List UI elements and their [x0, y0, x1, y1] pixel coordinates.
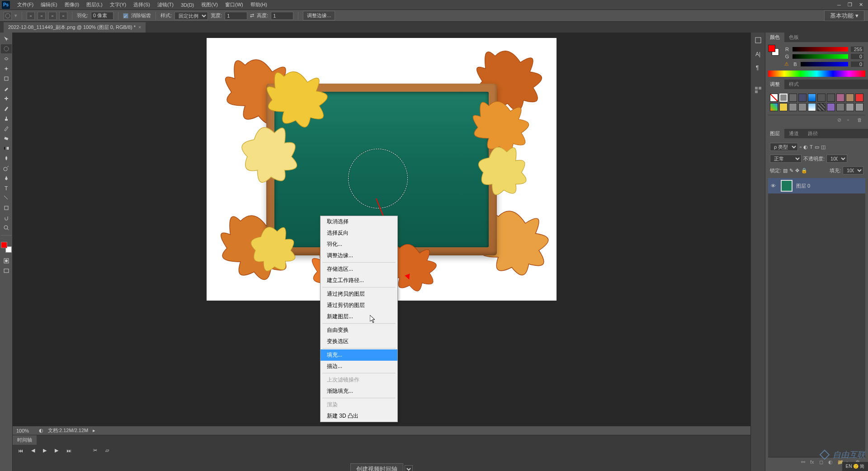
eyedropper-tool[interactable]	[1, 84, 12, 93]
crop-tool[interactable]	[1, 74, 12, 83]
close-tab-icon[interactable]: ×	[138, 24, 141, 30]
create-timeline-button[interactable]: 创建视频时间轴	[350, 463, 403, 471]
fx-icon[interactable]: fx	[810, 459, 817, 466]
eraser-tool[interactable]	[1, 134, 12, 143]
maximize-button[interactable]: ❐	[844, 1, 855, 9]
menu-select[interactable]: 选择(S)	[130, 0, 154, 9]
g-slider[interactable]	[793, 54, 848, 59]
hand-tool[interactable]	[1, 213, 12, 222]
swatches-tab[interactable]: 色板	[784, 33, 803, 42]
menu-type[interactable]: 文字(Y)	[106, 0, 130, 9]
filter-image-icon[interactable]: ▫	[800, 144, 802, 150]
ctx-new-layer[interactable]: 新建图层...	[321, 311, 397, 322]
style-swatch[interactable]	[789, 94, 797, 102]
menu-3d[interactable]: 3D(D)	[177, 1, 198, 9]
ctx-free-transform[interactable]: 自由变换	[321, 325, 397, 336]
layer-row[interactable]: 👁 图层 0	[768, 178, 865, 193]
style-swatch[interactable]	[827, 103, 835, 111]
add-selection-icon[interactable]: ▫	[38, 12, 46, 20]
style-swatch[interactable]	[808, 94, 816, 102]
zoom-slider-icon[interactable]: ◐	[39, 428, 43, 433]
subtract-selection-icon[interactable]: ▫	[48, 12, 57, 20]
style-swatch[interactable]	[846, 94, 854, 102]
tool-preset-icon[interactable]	[4, 12, 12, 20]
g-value[interactable]: 0	[851, 54, 863, 59]
new-selection-icon[interactable]: ▫	[27, 12, 35, 20]
dodge-tool[interactable]	[1, 164, 12, 173]
move-tool[interactable]	[1, 34, 12, 43]
style-swatch[interactable]	[779, 103, 788, 111]
visibility-icon[interactable]: 👁	[771, 183, 777, 188]
style-swatch[interactable]	[770, 94, 778, 102]
adjustments-tab[interactable]: 调整	[765, 80, 784, 89]
layer-name[interactable]: 图层 0	[796, 183, 863, 189]
timeline-transition-icon[interactable]: ▱	[105, 447, 109, 453]
style-swatch[interactable]	[817, 94, 826, 102]
minimize-button[interactable]: ─	[834, 1, 844, 9]
antialias-checkbox[interactable]: ✓	[123, 13, 128, 19]
style-swatch[interactable]	[817, 103, 826, 111]
ctx-new-3d[interactable]: 新建 3D 凸出	[321, 410, 397, 422]
ctx-stroke[interactable]: 描边...	[321, 361, 397, 372]
lock-pixel-icon[interactable]: ✎	[789, 168, 793, 174]
style-swatch[interactable]	[798, 103, 807, 111]
close-button[interactable]: ✕	[855, 1, 866, 9]
fill-dropdown[interactable]: 100%	[843, 166, 863, 174]
screen-mode-tool[interactable]	[1, 266, 12, 275]
timeline-cut-icon[interactable]: ✂	[93, 447, 97, 453]
zoom-tool[interactable]	[1, 223, 12, 232]
timeline-play-icon[interactable]: ▶	[43, 447, 47, 453]
style-swatch[interactable]	[836, 94, 844, 102]
char-icon[interactable]: A|	[753, 49, 763, 59]
style-swatch[interactable]	[836, 103, 844, 111]
menu-help[interactable]: 帮助(H)	[247, 0, 271, 9]
style-swatch[interactable]	[855, 103, 863, 111]
style-trash-icon[interactable]: 🗑	[857, 117, 864, 124]
lasso-tool[interactable]	[1, 54, 12, 63]
ctx-fade-fill[interactable]: 渐隐填充...	[321, 386, 397, 397]
style-new-icon[interactable]: ▫	[847, 117, 854, 124]
pen-tool[interactable]	[1, 174, 12, 183]
menu-file[interactable]: 文件(F)	[14, 0, 37, 9]
color-swatches[interactable]	[1, 242, 12, 253]
workspace-button[interactable]: 基本功能 ▾	[824, 10, 864, 21]
width-input[interactable]	[225, 12, 247, 20]
swap-icon[interactable]: ⇄	[250, 13, 254, 19]
style-clear-icon[interactable]: ⊘	[837, 117, 844, 124]
filter-adj-icon[interactable]: ◐	[803, 144, 808, 150]
quickmask-tool[interactable]	[1, 256, 12, 265]
ctx-save-selection[interactable]: 存储选区...	[321, 264, 397, 275]
stamp-tool[interactable]	[1, 114, 12, 123]
style-swatch[interactable]	[855, 94, 863, 102]
style-swatch[interactable]	[808, 103, 816, 111]
status-arrow-icon[interactable]: ▸	[93, 428, 95, 433]
filter-shape-icon[interactable]: ▭	[815, 144, 819, 150]
height-input[interactable]	[271, 12, 293, 20]
shape-tool[interactable]	[1, 203, 12, 212]
menu-window[interactable]: 窗口(W)	[222, 0, 247, 9]
ctx-refine-edge[interactable]: 调整边缘...	[321, 250, 397, 261]
ctx-feather[interactable]: 羽化...	[321, 239, 397, 250]
layers-tab[interactable]: 图层	[765, 129, 784, 138]
style-swatch[interactable]	[798, 94, 807, 102]
healing-tool[interactable]	[1, 94, 12, 103]
style-swatch[interactable]	[827, 94, 835, 102]
history-brush-tool[interactable]	[1, 124, 12, 133]
link-icon[interactable]: ⚯	[801, 459, 808, 466]
ctx-inverse[interactable]: 选择反向	[321, 227, 397, 239]
para-icon[interactable]: ¶	[753, 62, 763, 72]
style-dropdown[interactable]: 固定比例	[175, 12, 208, 20]
ime-indicator[interactable]: EN 🙂 简	[842, 462, 868, 471]
document-tab[interactable]: 2022-12-08_111449_副本.png @ 100% (图层 0, R…	[4, 22, 146, 33]
style-swatch[interactable]	[789, 103, 797, 111]
feather-input[interactable]	[91, 12, 113, 20]
ctx-transform-selection[interactable]: 变换选区	[321, 336, 397, 347]
brush-tool[interactable]	[1, 104, 12, 113]
ctx-layer-via-cut[interactable]: 通过剪切的图层	[321, 300, 397, 311]
menu-edit[interactable]: 编辑(E)	[37, 0, 61, 9]
filter-smart-icon[interactable]: ◫	[821, 144, 826, 150]
timeline-last-icon[interactable]: ⏭	[66, 448, 71, 453]
intersect-selection-icon[interactable]: ▫	[59, 12, 67, 20]
color-picker-swatch[interactable]	[768, 45, 779, 56]
adjust-edges-button[interactable]: 调整边缘...	[303, 11, 335, 20]
